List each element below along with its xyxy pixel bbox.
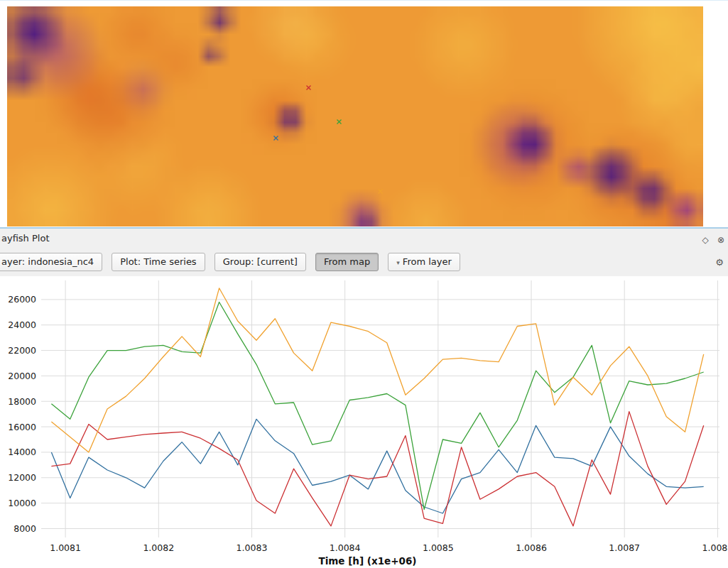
svg-text:24000: 24000 [8, 320, 36, 330]
series-point-red [51, 412, 703, 526]
svg-text:1.0087: 1.0087 [609, 542, 640, 553]
raster-wrap [7, 6, 703, 226]
svg-text:14000: 14000 [8, 447, 36, 457]
svg-text:16000: 16000 [8, 422, 36, 432]
panel-header: ayfish Plot ◇ ⊗ [0, 229, 728, 248]
svg-text:1.0084: 1.0084 [330, 542, 361, 553]
svg-text:1.0083: 1.0083 [237, 542, 268, 553]
svg-text:12000: 12000 [8, 472, 36, 483]
qgis-window: ayfish Plot ◇ ⊗ ayer: indonesia_nc4 Plot… [0, 0, 728, 568]
svg-text:20000: 20000 [8, 371, 36, 381]
layer-button[interactable]: ayer: indonesia_nc4 [0, 253, 102, 271]
svg-text:1.0081: 1.0081 [50, 542, 81, 553]
svg-text:8000: 8000 [13, 523, 36, 534]
plot-type-button[interactable]: Plot: Time series [112, 253, 205, 271]
raster-canvas [7, 6, 703, 226]
y-axis-label: Value [0, 381, 1, 488]
svg-text:10000: 10000 [8, 498, 36, 508]
map-canvas[interactable] [0, 0, 728, 229]
svg-text:22000: 22000 [8, 345, 36, 356]
float-panel-icon[interactable]: ◇ [702, 235, 709, 245]
from-map-button[interactable]: From map [315, 253, 379, 271]
chart-svg: 8000100001200014000160001800020000220002… [0, 276, 728, 568]
from-layer-label: From layer [403, 256, 452, 267]
svg-text:1.0082: 1.0082 [143, 542, 174, 553]
close-panel-icon[interactable]: ⊗ [717, 235, 724, 245]
series-point-orange [51, 288, 703, 452]
svg-text:Time [h] (x1e+06): Time [h] (x1e+06) [318, 555, 416, 567]
plot-area[interactable]: Value 8000100001200014000160001800020000… [0, 276, 728, 568]
dropdown-icon: ▾ [396, 259, 400, 266]
svg-text:1.0088: 1.0088 [702, 542, 728, 553]
panel-header-buttons: ◇ ⊗ [697, 232, 724, 246]
settings-wrench-icon[interactable]: ⚙ [715, 257, 724, 268]
svg-text:26000: 26000 [8, 294, 36, 305]
svg-text:1.0085: 1.0085 [423, 542, 454, 553]
plot-toolbar: ayer: indonesia_nc4 Plot: Time series Gr… [0, 248, 728, 276]
from-layer-button[interactable]: ▾From layer [388, 253, 460, 271]
series-point-green [51, 302, 703, 510]
svg-text:1.0086: 1.0086 [516, 542, 547, 553]
panel-title: ayfish Plot [1, 233, 50, 244]
group-button[interactable]: Group: [current] [214, 253, 306, 271]
series-point-blue [51, 419, 703, 513]
svg-text:18000: 18000 [8, 396, 36, 407]
